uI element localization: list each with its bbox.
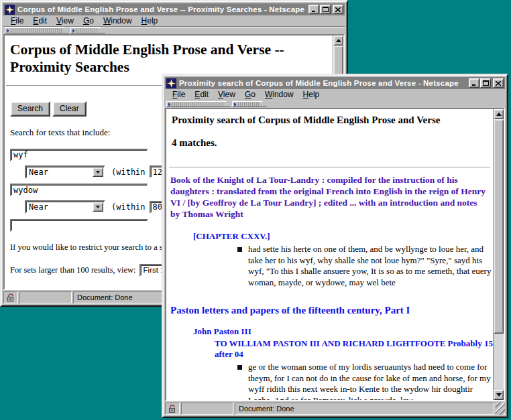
scroll-up-button[interactable] xyxy=(494,109,504,119)
search-button[interactable]: Search xyxy=(10,101,50,117)
window2-title: Proximity search of Corpus of Middle Eng… xyxy=(179,79,468,87)
maximize-icon xyxy=(323,7,329,12)
window1-collapsed-toolbars xyxy=(3,27,345,34)
scroll-up-button[interactable] xyxy=(333,36,343,46)
resize-grip[interactable] xyxy=(496,403,505,415)
dropdown-arrow-icon[interactable] xyxy=(93,202,103,212)
maximize-icon xyxy=(483,80,489,86)
maximize-button[interactable] xyxy=(480,78,491,88)
proximity-select-1[interactable]: Near xyxy=(25,165,105,179)
search-term-3-input[interactable] xyxy=(10,219,148,232)
scroll-up-icon xyxy=(496,113,502,116)
result1-title-link[interactable]: Book of the Knight of La Tour-Landry : c… xyxy=(170,174,489,220)
dropdown-arrow-icon[interactable] xyxy=(93,167,103,177)
maximize-button[interactable] xyxy=(320,5,331,14)
scrollbar-thumb[interactable] xyxy=(494,119,504,334)
close-button[interactable] xyxy=(333,5,343,14)
scroll-up-icon xyxy=(336,39,341,42)
proximity-select-2-value: Near xyxy=(26,202,93,212)
security-indicator[interactable] xyxy=(3,291,18,303)
netscape-icon xyxy=(166,78,176,88)
expand-arrow-icon xyxy=(7,29,9,33)
results-page-title: Proximity search of Corpus of Middle Eng… xyxy=(166,109,493,126)
menu-go[interactable]: Go xyxy=(240,90,260,99)
menu-go[interactable]: Go xyxy=(78,16,99,25)
clear-button[interactable]: Clear xyxy=(52,101,87,117)
window1-menubar: File Edit View Go Window Help xyxy=(3,15,345,27)
proximity-select-2[interactable]: Near xyxy=(25,200,105,214)
window1-titlebar[interactable]: Corpus of Middle English Prose and Verse… xyxy=(3,3,345,15)
minimize-icon xyxy=(311,7,317,12)
scroll-down-icon xyxy=(496,393,502,397)
close-icon xyxy=(496,81,501,86)
menu-help[interactable]: Help xyxy=(137,16,163,25)
menu-help[interactable]: Help xyxy=(298,90,325,99)
square-bullet-icon xyxy=(237,365,242,370)
progress-panel xyxy=(19,291,72,303)
result2-excerpt1-item: ge or the woman some of my lordis seruau… xyxy=(237,362,493,400)
status-message: Document: Done xyxy=(235,403,494,415)
menu-view[interactable]: View xyxy=(213,90,240,99)
close-button[interactable] xyxy=(493,78,504,88)
menu-edit[interactable]: Edit xyxy=(28,16,52,25)
menu-edit[interactable]: Edit xyxy=(190,90,213,99)
within-label: (within xyxy=(111,202,146,212)
window2-page: Proximity search of Corpus of Middle Eng… xyxy=(166,109,493,400)
minimize-button[interactable] xyxy=(469,78,479,88)
security-lock-icon xyxy=(7,293,15,301)
search-term-2-input[interactable] xyxy=(10,184,148,196)
result2-excerpt1: ge or the woman some of my lordis seruau… xyxy=(248,362,493,400)
window2-collapsed-toolbars xyxy=(165,100,505,108)
desktop: { "desktop": { "color": "#008080" }, "me… xyxy=(0,0,511,420)
expand-arrow-icon xyxy=(234,102,237,107)
menu-file[interactable]: File xyxy=(6,16,28,25)
square-bullet-icon xyxy=(237,247,242,252)
minimize-button[interactable] xyxy=(308,5,319,14)
divider xyxy=(169,167,490,168)
progress-panel xyxy=(181,403,233,415)
menu-window[interactable]: Window xyxy=(260,90,298,99)
menu-view[interactable]: View xyxy=(52,16,78,25)
collapsed-navigation-toolbar-tab[interactable] xyxy=(5,27,69,33)
minimize-icon xyxy=(471,81,477,86)
window-proximity-results: Proximity search of Corpus of Middle Eng… xyxy=(162,74,508,418)
expand-arrow-icon xyxy=(168,102,171,107)
window1-title: Corpus of Middle English Prose and Verse… xyxy=(17,5,308,13)
match-count: 4 matches. xyxy=(172,137,493,149)
menu-window[interactable]: Window xyxy=(99,16,137,25)
window2-menubar: File Edit View Go Window Help xyxy=(165,89,505,100)
results-view-label: For sets larger than 100 results, view: xyxy=(10,265,136,275)
result2-author1-link[interactable]: John Paston III xyxy=(193,326,251,336)
result1-excerpt: had sette his herte on one of them, and … xyxy=(248,244,493,288)
netscape-icon xyxy=(5,5,15,15)
window2-scrollbar[interactable] xyxy=(493,109,504,400)
collapsed-navigation-toolbar-tab[interactable] xyxy=(166,101,231,107)
menu-file[interactable]: File xyxy=(168,90,190,99)
security-indicator[interactable] xyxy=(165,403,180,415)
result1-excerpt-item: had sette his herte on one of them, and … xyxy=(237,244,493,288)
search-term-1-input[interactable] xyxy=(10,149,148,161)
result2-letter1-link[interactable]: TO WILLIAM PASTON III AND RICHARD LIGHTF… xyxy=(215,338,493,360)
result1-chapter-link[interactable]: [CHAPTER CXXV.] xyxy=(193,231,270,241)
collapsed-location-toolbar-tab[interactable] xyxy=(70,27,105,33)
window2-titlebar[interactable]: Proximity search of Corpus of Middle Eng… xyxy=(165,77,505,89)
window2-statusbar: Document: Done xyxy=(165,403,505,415)
scrollbar-track[interactable] xyxy=(494,119,504,390)
collapsed-location-toolbar-tab[interactable] xyxy=(232,101,267,107)
page-title: Corpus of Middle English Prose and Verse… xyxy=(5,36,333,76)
expand-arrow-icon xyxy=(72,29,75,33)
within-label: (within xyxy=(111,167,146,177)
scroll-down-button[interactable] xyxy=(494,390,504,400)
result2-title-link[interactable]: Paston letters and papers of the fifteen… xyxy=(170,305,493,316)
proximity-select-1-value: Near xyxy=(26,167,93,177)
security-lock-icon xyxy=(168,405,177,413)
close-icon xyxy=(335,7,341,12)
